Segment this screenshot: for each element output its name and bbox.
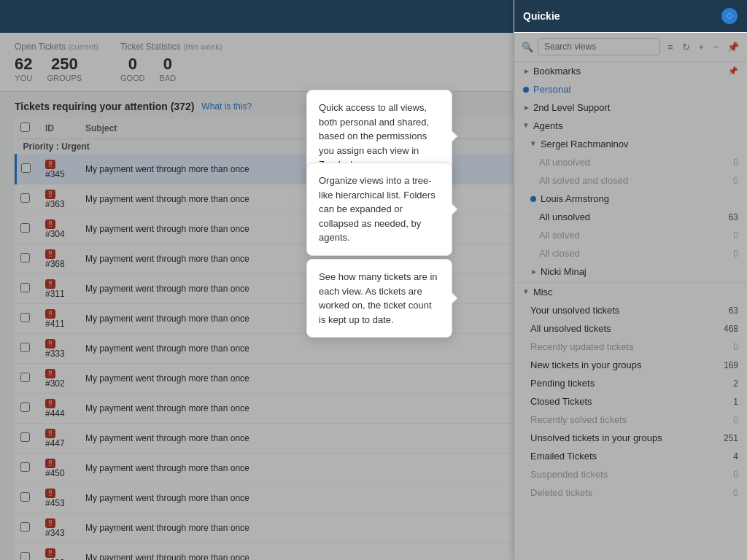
ticket-id[interactable]: !! #453 bbox=[38, 483, 78, 513]
filter-button[interactable]: ≡ bbox=[665, 40, 676, 54]
row-checkbox[interactable] bbox=[16, 543, 39, 561]
ticket-id[interactable]: !! #302 bbox=[38, 364, 78, 394]
quickie-header: Quickie bbox=[514, 0, 747, 32]
louis-agent[interactable]: Louis Armstrong bbox=[514, 190, 747, 208]
agents-section[interactable]: ► Agents bbox=[514, 117, 747, 135]
row-checkbox[interactable] bbox=[16, 244, 39, 274]
2nd-level-support-section[interactable]: ► 2nd Level Support bbox=[514, 98, 747, 117]
recently-solved-tickets[interactable]: Recently solved tickets 0 bbox=[514, 411, 747, 429]
tooltip-organize: Organize views into a tree-like hierarch… bbox=[306, 163, 452, 256]
all-unsolved-tickets[interactable]: All unsolved tickets 468 bbox=[514, 319, 747, 338]
ticket-subject: My payment went through more than once bbox=[78, 543, 337, 561]
ticket-assignee bbox=[337, 483, 519, 513]
louis-all-closed-label: All closed bbox=[539, 248, 720, 259]
sergei-all-unsolved-label: All unsolved bbox=[539, 157, 720, 168]
sergei-all-unsolved[interactable]: All unsolved 0 bbox=[514, 153, 747, 171]
closed-tickets[interactable]: Closed Tickets 1 bbox=[514, 392, 747, 411]
pin-button[interactable]: 📌 bbox=[724, 40, 742, 54]
add-view-button[interactable]: + bbox=[696, 40, 708, 54]
ticket-id[interactable]: !! #308 bbox=[38, 543, 78, 561]
ticket-subject: My payment went through more than once bbox=[78, 274, 337, 304]
emailed-tickets-count: 4 bbox=[720, 451, 738, 462]
bookmarks-arrow: ► bbox=[523, 67, 530, 75]
ticket-assignee bbox=[337, 364, 519, 394]
sergei-agent[interactable]: ► Sergei Rachmaninov bbox=[514, 135, 747, 153]
bookmarks-section[interactable]: ► Bookmarks 📌 bbox=[514, 62, 747, 80]
ticket-id[interactable]: !! #363 bbox=[38, 184, 78, 214]
ticket-id[interactable]: !! #343 bbox=[38, 513, 78, 543]
ticket-id[interactable]: !! #444 bbox=[38, 394, 78, 424]
ticket-subject: My payment went through more than once bbox=[78, 513, 337, 543]
pending-tickets[interactable]: Pending tickets 2 bbox=[514, 374, 747, 392]
suspended-tickets-label: Suspended tickets bbox=[530, 469, 720, 480]
nicki-agent[interactable]: ► Nicki Minaj bbox=[514, 262, 747, 281]
ticket-assignee bbox=[337, 334, 519, 364]
personal-section[interactable]: Personal bbox=[514, 80, 747, 98]
ticket-subject: My payment went through more than once bbox=[78, 364, 337, 394]
row-checkbox[interactable] bbox=[16, 214, 39, 244]
ticket-subject: My payment went through more than once bbox=[78, 155, 337, 184]
refresh-button[interactable]: ↻ bbox=[679, 40, 693, 54]
recently-updated-tickets-label: Recently updated tickets bbox=[530, 341, 720, 352]
deleted-tickets-label: Deleted tickets bbox=[530, 487, 720, 498]
what-is-this-link[interactable]: What is this? bbox=[201, 101, 252, 112]
unsolved-tickets-groups-label: Unsolved tickets in your groups bbox=[530, 432, 720, 443]
good-stat: 0 GOOD bbox=[120, 55, 145, 82]
sergei-all-solved-closed[interactable]: All solved and closed 0 bbox=[514, 171, 747, 190]
ticket-stats-group: Ticket Statistics (this week) 0 GOOD 0 B… bbox=[120, 42, 222, 82]
row-checkbox[interactable] bbox=[16, 454, 39, 483]
sergei-all-solved-closed-label: All solved and closed bbox=[539, 175, 720, 186]
row-checkbox[interactable] bbox=[16, 513, 39, 543]
louis-all-unsolved[interactable]: All unsolved 63 bbox=[514, 208, 747, 226]
ticket-id[interactable]: !! #411 bbox=[38, 304, 78, 334]
louis-active-dot bbox=[530, 196, 536, 202]
ticket-id[interactable]: !! #304 bbox=[38, 214, 78, 244]
row-checkbox[interactable] bbox=[16, 334, 39, 364]
your-unsolved-tickets[interactable]: Your unsolved tickets 63 bbox=[514, 301, 747, 319]
ticket-subject: My payment went through more than once bbox=[78, 394, 337, 424]
closed-tickets-label: Closed Tickets bbox=[530, 396, 720, 407]
row-checkbox[interactable] bbox=[16, 155, 39, 184]
ticket-subject: My payment went through more than once bbox=[78, 184, 337, 214]
ticket-id[interactable]: !! #450 bbox=[38, 454, 78, 483]
unsolved-tickets-groups[interactable]: Unsolved tickets in your groups 251 bbox=[514, 429, 747, 447]
emailed-tickets[interactable]: Emailed Tickets 4 bbox=[514, 447, 747, 465]
ticket-id[interactable]: !! #368 bbox=[38, 244, 78, 274]
col-subject: Subject bbox=[78, 118, 337, 139]
misc-section[interactable]: ► Misc bbox=[514, 282, 747, 301]
col-id: ID bbox=[38, 118, 78, 139]
search-views-input[interactable] bbox=[538, 38, 660, 55]
recently-updated-tickets[interactable]: Recently updated tickets 0 bbox=[514, 338, 747, 356]
row-checkbox[interactable] bbox=[16, 424, 39, 454]
bookmarks-label: Bookmarks bbox=[533, 66, 728, 77]
open-tickets-title: Open Tickets (current) bbox=[15, 42, 98, 52]
ticket-subject: My payment went through more than once bbox=[78, 454, 337, 483]
new-tickets-groups[interactable]: New tickets in your groups 169 bbox=[514, 356, 747, 374]
quickie-logo-icon bbox=[721, 7, 738, 25]
suspended-tickets[interactable]: Suspended tickets 0 bbox=[514, 465, 747, 483]
ticket-assignee bbox=[337, 424, 519, 454]
row-checkbox[interactable] bbox=[16, 304, 39, 334]
ticket-id[interactable]: !! #345 bbox=[38, 155, 78, 184]
louis-label: Louis Armstrong bbox=[541, 193, 738, 204]
ticket-id[interactable]: !! #447 bbox=[38, 424, 78, 454]
remove-view-button[interactable]: − bbox=[710, 40, 721, 54]
deleted-tickets[interactable]: Deleted tickets 0 bbox=[514, 483, 747, 502]
2nd-level-arrow: ► bbox=[523, 104, 530, 112]
unsolved-tickets-groups-count: 251 bbox=[720, 433, 738, 443]
all-unsolved-tickets-label: All unsolved tickets bbox=[530, 323, 720, 334]
search-icon-small: 🔍 bbox=[522, 42, 533, 52]
row-checkbox[interactable] bbox=[16, 274, 39, 304]
ticket-id[interactable]: !! #333 bbox=[38, 334, 78, 364]
row-checkbox[interactable] bbox=[16, 394, 39, 424]
misc-label: Misc bbox=[533, 287, 738, 298]
sergei-arrow: ► bbox=[530, 141, 538, 148]
ticket-id[interactable]: !! #311 bbox=[38, 274, 78, 304]
select-all-checkbox[interactable] bbox=[20, 122, 30, 132]
row-checkbox[interactable] bbox=[16, 364, 39, 394]
louis-all-closed[interactable]: All closed 0 bbox=[514, 244, 747, 262]
row-checkbox[interactable] bbox=[16, 184, 39, 214]
row-checkbox[interactable] bbox=[16, 483, 39, 513]
louis-all-solved[interactable]: All solved 0 bbox=[514, 226, 747, 244]
nicki-arrow: ► bbox=[530, 268, 538, 276]
